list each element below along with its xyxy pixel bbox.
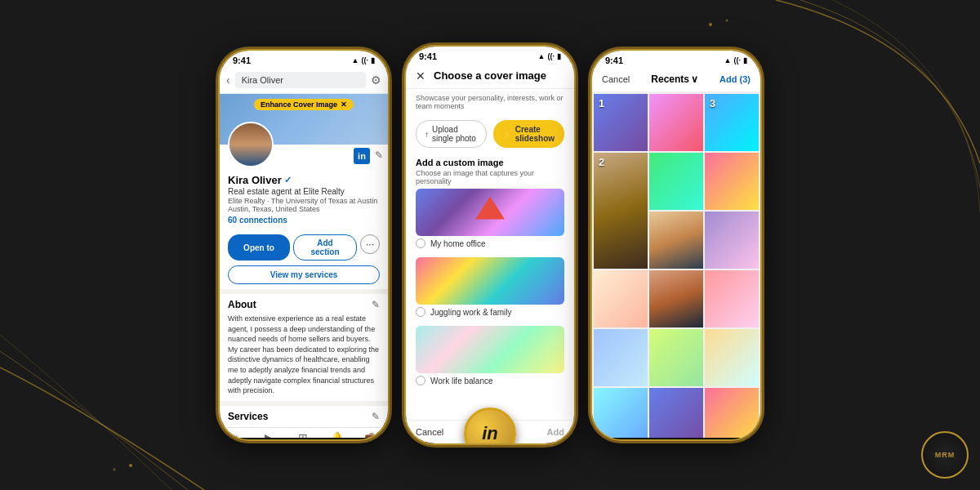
recents-dropdown[interactable]: Recents ∨ [651, 74, 698, 85]
about-section-header: About ✎ [228, 299, 380, 310]
wifi-icon-3: ▲ [724, 56, 732, 65]
briefcase-icon: 💼 [364, 431, 378, 438]
status-time-3: 9:41 [605, 56, 623, 65]
battery-icon-3: ▮ [743, 56, 747, 65]
gallery-add-button[interactable]: Add (3) [719, 74, 751, 84]
cancel-button[interactable]: Cancel [416, 427, 443, 437]
name-text: Kira Oliver [228, 174, 282, 186]
view-services-button[interactable]: View my services [228, 265, 380, 284]
watermark-text: MRM [935, 451, 956, 459]
status-icons-3: ▲ ((· ▮ [724, 56, 747, 65]
status-bar-2: 9:41 ▲ ((· ▮ [406, 47, 574, 63]
action-buttons: Open to Add section ··· [220, 229, 388, 265]
close-icon[interactable]: ✕ [341, 100, 347, 109]
image-option-2[interactable]: Juggling work & family [416, 257, 564, 319]
gallery-cancel-button[interactable]: Cancel [602, 74, 630, 84]
back-arrow-icon[interactable]: ‹ [226, 74, 230, 87]
photo-cell-15[interactable] [594, 388, 648, 438]
nav-network[interactable]: ⊞ My Network [286, 431, 319, 438]
status-icons-1: ▲ ((· ▮ [352, 56, 375, 65]
bell-icon: 🔔 [330, 431, 344, 438]
verified-badge: ✓ [284, 175, 292, 185]
photo-cell-5[interactable] [649, 153, 703, 210]
network-icon: ⊞ [298, 431, 308, 438]
radio-option-1[interactable] [416, 238, 425, 248]
photo-cell-14[interactable] [705, 329, 759, 386]
photo-cell-11[interactable] [705, 270, 759, 327]
upload-icon: ↑ [425, 130, 429, 139]
photo-number-1: 1 [599, 97, 604, 109]
radio-row-1: My home office [416, 236, 564, 251]
signal-icon-3: ((· [734, 56, 742, 65]
photo-cell-12[interactable] [594, 329, 648, 386]
about-edit-icon[interactable]: ✎ [372, 299, 380, 310]
nav-video[interactable]: ▶ Video [253, 431, 287, 438]
create-slideshow-button[interactable]: ⚡ Create slideshow [493, 120, 564, 148]
nav-home[interactable]: ⌂ Home [220, 431, 253, 438]
upload-single-button[interactable]: ↑ Upload single photo [416, 120, 487, 148]
photo-cell-8[interactable] [705, 212, 759, 269]
wifi-icon-2: ▲ [538, 52, 546, 60]
services-section: Services ✎ [220, 401, 388, 427]
photo-cell-9[interactable] [594, 270, 648, 327]
watermark: MRM [921, 431, 969, 479]
home-icon: ⌂ [233, 431, 239, 438]
linkedin-badge: in [354, 148, 370, 164]
option-label-3: Work life balance [430, 376, 493, 385]
recents-label: Recents [651, 74, 689, 85]
svg-point-1 [726, 20, 728, 22]
svg-point-2 [129, 464, 132, 467]
about-title: About [228, 299, 256, 310]
option-label-2: Juggling work & family [430, 308, 511, 317]
custom-image-label: Add a custom image [406, 153, 574, 169]
option-label-1: My home office [430, 239, 486, 248]
profile-name: Kira Oliver ✓ [228, 174, 380, 186]
nav-jobs[interactable]: 💼 Jobs [354, 431, 388, 438]
image-preview-2 [416, 257, 564, 305]
search-bar: ‹ Kira Oliver ⚙ [220, 67, 388, 94]
services-edit-icon[interactable]: ✎ [372, 411, 380, 422]
image-option-1[interactable]: My home office [416, 189, 564, 251]
enhance-badge[interactable]: Enhance Cover Image ✕ [254, 99, 354, 110]
photo-cell-13[interactable] [649, 329, 703, 386]
image-preview-3 [416, 326, 564, 373]
photo-cell-4-tall[interactable]: 2 [594, 153, 648, 269]
photo-number-2: 2 [599, 156, 604, 168]
profile-location: Austin, Texas, United States [228, 205, 380, 213]
connections-count[interactable]: 60 connections [228, 216, 380, 225]
search-input[interactable]: Kira Oliver [235, 72, 366, 88]
nav-notifications[interactable]: 🔔 Notifications [319, 431, 355, 438]
image-option-3[interactable]: Work life balance [416, 326, 564, 388]
status-bar-1: 9:41 ▲ ((· ▮ [220, 51, 388, 67]
open-to-button[interactable]: Open to [228, 234, 290, 261]
svg-point-3 [114, 469, 116, 471]
add-button[interactable]: Add [547, 427, 564, 437]
status-time-2: 9:41 [419, 51, 437, 61]
photo-cell-3[interactable]: 3 [705, 94, 759, 151]
gallery-header: Cancel Recents ∨ Add (3) [592, 67, 760, 92]
phones-container: 9:41 ▲ ((· ▮ ‹ Kira Oliver ⚙ Enhance Cov… [218, 45, 762, 445]
battery-icon-2: ▮ [557, 52, 561, 60]
photo-cell-7[interactable] [649, 212, 703, 269]
signal-icon: ((· [362, 56, 369, 65]
gear-icon[interactable]: ⚙ [371, 74, 381, 87]
radio-row-2: Juggling work & family [416, 305, 564, 319]
photo-cell-1[interactable]: 1 [594, 94, 648, 151]
radio-option-3[interactable] [416, 376, 425, 385]
photo-cell-2[interactable] [649, 94, 703, 151]
photo-cell-6[interactable] [705, 153, 759, 210]
image-options: My home office Juggling work & family [406, 189, 574, 388]
profile-title: Real estate agent at Elite Realty [228, 187, 380, 196]
profile-company: Elite Realty · The University of Texas a… [228, 197, 380, 205]
more-options-button[interactable]: ··· [360, 234, 380, 254]
edit-profile-icon[interactable]: ✎ [375, 149, 383, 172]
avatar-image [229, 123, 272, 166]
add-section-button[interactable]: Add section [293, 234, 357, 261]
close-button[interactable]: ✕ [416, 69, 425, 82]
photo-cell-10[interactable] [649, 270, 703, 327]
phone-3-gallery: 9:41 ▲ ((· ▮ Cancel Recents ∨ Add (3) [590, 49, 762, 441]
photo-cell-16[interactable] [649, 388, 703, 438]
photo-cell-17[interactable] [705, 388, 759, 438]
screen-1: ‹ Kira Oliver ⚙ Enhance Cover Image ✕ [220, 67, 388, 438]
radio-option-2[interactable] [416, 307, 425, 317]
